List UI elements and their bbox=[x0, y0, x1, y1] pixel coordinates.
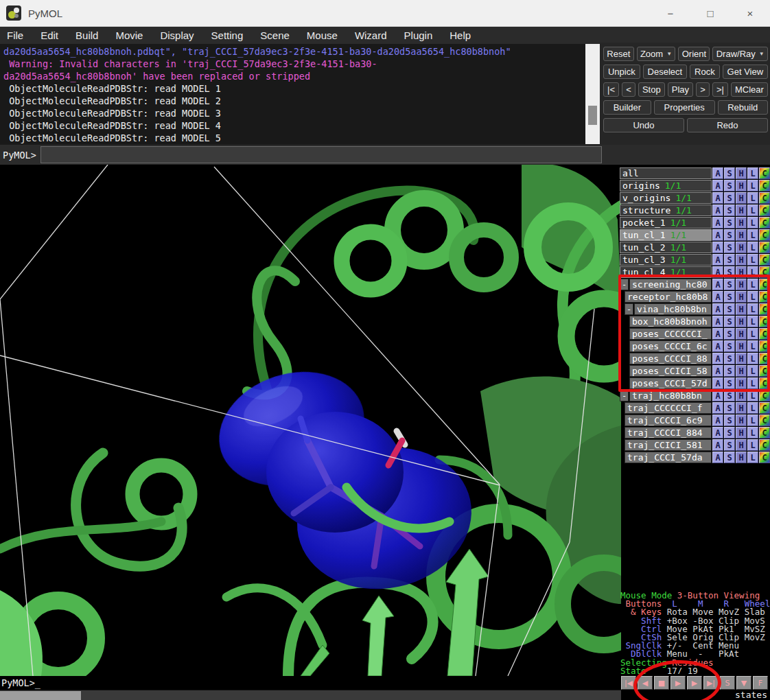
object-name-poses_CCICI_58[interactable]: poses_CCICI_58 bbox=[629, 365, 712, 377]
c-menu-button[interactable]: C bbox=[759, 291, 770, 303]
s-menu-button[interactable]: S bbox=[724, 180, 735, 191]
a-menu-button[interactable]: A bbox=[712, 205, 723, 216]
end-button[interactable]: ▶| bbox=[703, 676, 719, 690]
unpick-button[interactable]: Unpick bbox=[603, 65, 640, 79]
a-menu-button[interactable]: A bbox=[712, 427, 723, 439]
rock-button[interactable]: Rock bbox=[690, 65, 720, 79]
h-menu-button[interactable]: H bbox=[736, 167, 747, 179]
s-menu-button[interactable]: S bbox=[724, 365, 735, 377]
menu-item-setting[interactable]: Setting bbox=[211, 30, 244, 41]
menu-item-mouse[interactable]: Mouse bbox=[307, 30, 338, 41]
a-menu-button[interactable]: A bbox=[712, 217, 723, 229]
c-menu-button[interactable]: C bbox=[759, 167, 770, 179]
undo-button[interactable]: Undo bbox=[603, 118, 684, 132]
l-menu-button[interactable]: L bbox=[747, 377, 758, 389]
l-menu-button[interactable]: L bbox=[747, 390, 758, 401]
s-menu-button[interactable]: S bbox=[724, 452, 735, 463]
l-menu-button[interactable]: L bbox=[747, 328, 758, 340]
s-menu-button[interactable]: S bbox=[724, 439, 735, 451]
l-menu-button[interactable]: L bbox=[747, 242, 758, 253]
c-menu-button[interactable]: C bbox=[759, 353, 770, 364]
object-name-structure[interactable]: structure1/1 bbox=[620, 205, 712, 216]
viewport[interactable]: allASHLCorigins1/1ASHLCv_origins1/1ASHLC… bbox=[0, 165, 770, 700]
h-menu-button[interactable]: H bbox=[736, 180, 747, 191]
c-menu-button[interactable]: C bbox=[759, 192, 770, 204]
l-menu-button[interactable]: L bbox=[747, 229, 758, 241]
object-name-tun_cl_3[interactable]: tun_cl_31/1 bbox=[620, 254, 712, 266]
>|-button[interactable]: >| bbox=[712, 82, 728, 97]
collapse-group-button[interactable]: - bbox=[620, 279, 629, 290]
l-menu-button[interactable]: L bbox=[747, 180, 758, 191]
s-menu-button[interactable]: S bbox=[724, 427, 735, 439]
h-menu-button[interactable]: H bbox=[736, 415, 747, 426]
a-menu-button[interactable]: A bbox=[712, 167, 723, 179]
forward-button[interactable]: ▶ bbox=[687, 676, 702, 690]
stop-button[interactable]: Stop bbox=[638, 82, 665, 97]
s-menu-button[interactable]: S bbox=[724, 242, 735, 253]
object-name-tun_cl_2[interactable]: tun_cl_21/1 bbox=[620, 242, 712, 253]
zoom-button[interactable]: Zoom▼ bbox=[637, 47, 676, 61]
s-menu-button[interactable]: S bbox=[724, 353, 735, 364]
a-menu-button[interactable]: A bbox=[712, 340, 723, 352]
object-name-box_hc80b8bnoh[interactable]: box_hc80b8bnoh bbox=[629, 316, 712, 327]
c-menu-button[interactable]: C bbox=[759, 242, 770, 253]
a-menu-button[interactable]: A bbox=[712, 279, 723, 290]
h-menu-button[interactable]: H bbox=[736, 316, 747, 327]
l-menu-button[interactable]: L bbox=[747, 192, 758, 204]
collapse-group-button[interactable]: - bbox=[625, 303, 633, 315]
h-menu-button[interactable]: H bbox=[736, 353, 747, 364]
s-menu-button[interactable]: S bbox=[724, 377, 735, 389]
<-button[interactable]: < bbox=[622, 82, 635, 97]
object-name-vina_hc80b8bn[interactable]: vina_hc80b8bn bbox=[634, 303, 712, 315]
l-menu-button[interactable]: L bbox=[747, 353, 758, 364]
object-name-receptor_hc80b8[interactable]: receptor_hc80b8 bbox=[625, 291, 712, 303]
h-menu-button[interactable]: H bbox=[736, 340, 747, 352]
l-menu-button[interactable]: L bbox=[747, 217, 758, 229]
get-view-button[interactable]: Get View bbox=[723, 65, 768, 79]
redo-button[interactable]: Redo bbox=[687, 118, 768, 132]
step-back-button[interactable]: ◀ bbox=[638, 676, 653, 690]
a-menu-button[interactable]: A bbox=[712, 303, 723, 315]
c-menu-button[interactable]: C bbox=[759, 279, 770, 290]
l-menu-button[interactable]: L bbox=[747, 415, 758, 426]
l-menu-button[interactable]: L bbox=[747, 365, 758, 377]
stop-button[interactable]: ■ bbox=[654, 676, 669, 690]
properties-button[interactable]: Properties bbox=[654, 100, 715, 115]
h-menu-button[interactable]: H bbox=[736, 217, 747, 229]
a-menu-button[interactable]: A bbox=[712, 439, 723, 451]
h-menu-button[interactable]: H bbox=[736, 439, 747, 451]
h-menu-button[interactable]: H bbox=[736, 427, 747, 439]
c-menu-button[interactable]: C bbox=[759, 427, 770, 439]
s-menu-button[interactable]: S bbox=[724, 291, 735, 303]
l-menu-button[interactable]: L bbox=[747, 340, 758, 352]
h-menu-button[interactable]: H bbox=[736, 279, 747, 290]
h-menu-button[interactable]: H bbox=[736, 377, 747, 389]
s-menu-button[interactable]: S bbox=[724, 316, 735, 327]
>-button[interactable]: > bbox=[696, 82, 710, 97]
c-menu-button[interactable]: C bbox=[759, 303, 770, 315]
s-button[interactable]: S bbox=[720, 676, 735, 690]
l-menu-button[interactable]: L bbox=[747, 167, 758, 179]
s-menu-button[interactable]: S bbox=[724, 217, 735, 229]
h-menu-button[interactable]: H bbox=[736, 452, 747, 463]
bottom-scrollbar[interactable] bbox=[0, 690, 621, 700]
h-menu-button[interactable]: H bbox=[736, 242, 747, 253]
s-menu-button[interactable]: S bbox=[724, 192, 735, 204]
h-menu-button[interactable]: H bbox=[736, 402, 747, 414]
maximize-button[interactable]: □ bbox=[690, 0, 730, 26]
menu-item-movie[interactable]: Movie bbox=[115, 30, 143, 41]
l-menu-button[interactable]: L bbox=[747, 205, 758, 216]
l-menu-button[interactable]: L bbox=[747, 279, 758, 290]
c-menu-button[interactable]: C bbox=[759, 316, 770, 327]
h-menu-button[interactable]: H bbox=[736, 266, 747, 278]
l-menu-button[interactable]: L bbox=[747, 303, 758, 315]
object-name-poses_CCCI_57d[interactable]: poses_CCCI_57d bbox=[629, 377, 712, 389]
s-menu-button[interactable]: S bbox=[724, 205, 735, 216]
l-menu-button[interactable]: L bbox=[747, 402, 758, 414]
object-name-traj_CCCCI_884[interactable]: traj_CCCCI_884 bbox=[625, 427, 712, 439]
fullscreen-button[interactable]: F bbox=[753, 676, 768, 690]
object-name-v_origins[interactable]: v_origins1/1 bbox=[620, 192, 712, 204]
c-menu-button[interactable]: C bbox=[759, 229, 770, 241]
object-name-traj_CCCCCCI_f[interactable]: traj_CCCCCCI_f bbox=[625, 402, 712, 414]
mclear-button[interactable]: MClear bbox=[731, 82, 768, 97]
